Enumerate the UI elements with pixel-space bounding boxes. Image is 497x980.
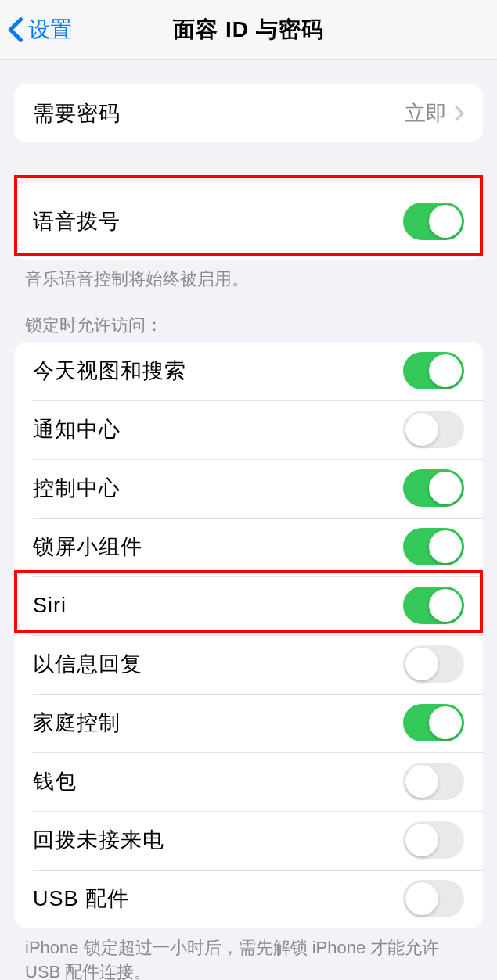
- siri-label: Siri: [33, 594, 67, 618]
- toggle-knob: [429, 472, 462, 504]
- chevron-left-icon: [8, 16, 23, 43]
- return-missed-calls-row: 回拨未接来电: [14, 811, 483, 870]
- home-control-label: 家庭控制: [33, 709, 121, 737]
- toggle-knob: [405, 765, 438, 798]
- usb-accessories-label: USB 配件: [33, 885, 129, 913]
- home-control-row: 家庭控制: [14, 694, 483, 752]
- usb-accessories-row: USB 配件: [14, 870, 483, 928]
- toggle-knob: [405, 413, 438, 446]
- wallet-label: 钱包: [33, 767, 77, 795]
- page-title: 面容 ID 与密码: [173, 15, 324, 45]
- control-center-row: 控制中心: [14, 459, 483, 518]
- toggle-knob: [429, 706, 462, 739]
- reply-with-message-label: 以信息回复: [33, 650, 142, 678]
- return-missed-calls-toggle[interactable]: [403, 821, 464, 859]
- wallet-toggle[interactable]: [403, 763, 464, 800]
- control-center-toggle[interactable]: [403, 469, 464, 507]
- return-missed-calls-label: 回拨未接来电: [33, 826, 164, 854]
- voice-dial-group: 语音拨号: [14, 183, 483, 260]
- toggle-knob: [405, 648, 438, 680]
- require-passcode-row[interactable]: 需要密码 立即: [14, 84, 483, 142]
- notification-center-label: 通知中心: [33, 415, 121, 443]
- siri-toggle[interactable]: [403, 587, 464, 624]
- navbar: 设置 面容 ID 与密码: [0, 0, 497, 60]
- today-view-label: 今天视图和搜索: [33, 357, 186, 385]
- toggle-knob: [429, 205, 462, 238]
- voice-dial-label: 语音拨号: [33, 207, 121, 235]
- lock-screen-widgets-row: 锁屏小组件: [14, 518, 483, 576]
- reply-with-message-row: 以信息回复: [14, 635, 483, 694]
- usb-accessories-toggle[interactable]: [403, 880, 464, 917]
- wallet-row: 钱包: [14, 752, 483, 811]
- voice-dial-footer: 音乐语音控制将始终被启用。: [0, 260, 497, 292]
- toggle-knob: [429, 530, 462, 563]
- back-button[interactable]: 设置: [0, 15, 72, 45]
- voice-dial-toggle[interactable]: [403, 203, 464, 240]
- usb-footer: iPhone 锁定超过一小时后，需先解锁 iPhone 才能允许 USB 配件连…: [0, 928, 497, 980]
- notification-center-toggle[interactable]: [403, 411, 464, 448]
- lock-screen-widgets-label: 锁屏小组件: [33, 533, 142, 561]
- require-passcode-group: 需要密码 立即: [14, 84, 483, 142]
- voice-dial-row: 语音拨号: [14, 183, 483, 260]
- today-view-row: 今天视图和搜索: [14, 342, 483, 400]
- home-control-toggle[interactable]: [403, 704, 464, 741]
- notification-center-row: 通知中心: [14, 400, 483, 459]
- toggle-knob: [405, 824, 438, 856]
- control-center-label: 控制中心: [33, 474, 121, 502]
- toggle-knob: [405, 882, 438, 915]
- today-view-toggle[interactable]: [403, 352, 464, 389]
- chevron-right-icon: [455, 106, 464, 121]
- reply-with-message-toggle[interactable]: [403, 645, 464, 683]
- require-passcode-value: 立即: [405, 99, 447, 127]
- toggle-knob: [429, 354, 462, 387]
- require-passcode-label: 需要密码: [33, 99, 121, 127]
- allow-access-group: 今天视图和搜索 通知中心 控制中心 锁屏小组件 Siri: [14, 342, 483, 928]
- back-label: 设置: [28, 15, 72, 45]
- siri-row: Siri: [14, 576, 483, 635]
- lock-screen-widgets-toggle[interactable]: [403, 528, 464, 565]
- toggle-knob: [429, 589, 462, 622]
- allow-access-header: 锁定时允许访问：: [0, 292, 497, 342]
